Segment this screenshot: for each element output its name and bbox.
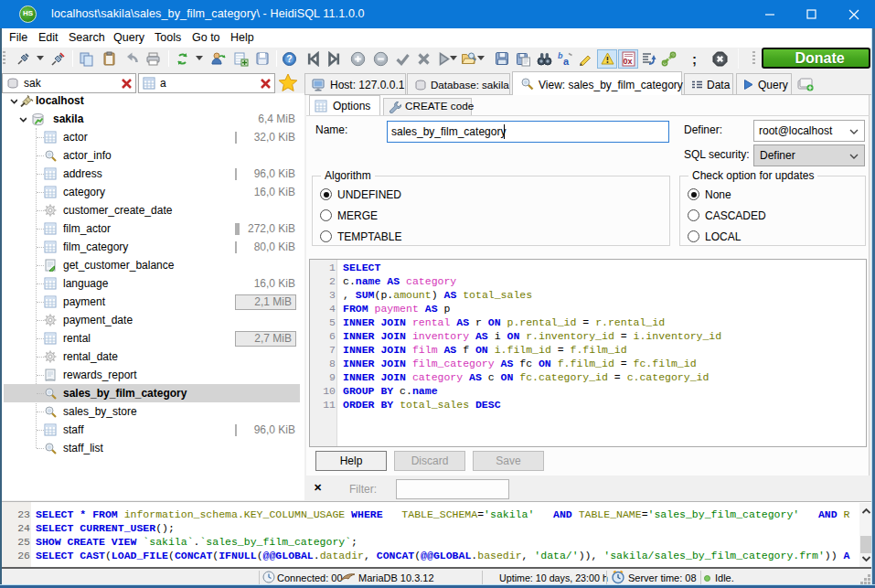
svg-text:;: ; [692, 51, 697, 67]
svg-text:0x: 0x [624, 57, 633, 66]
svg-text:?: ? [286, 53, 292, 64]
svg-text:a: a [563, 56, 570, 67]
